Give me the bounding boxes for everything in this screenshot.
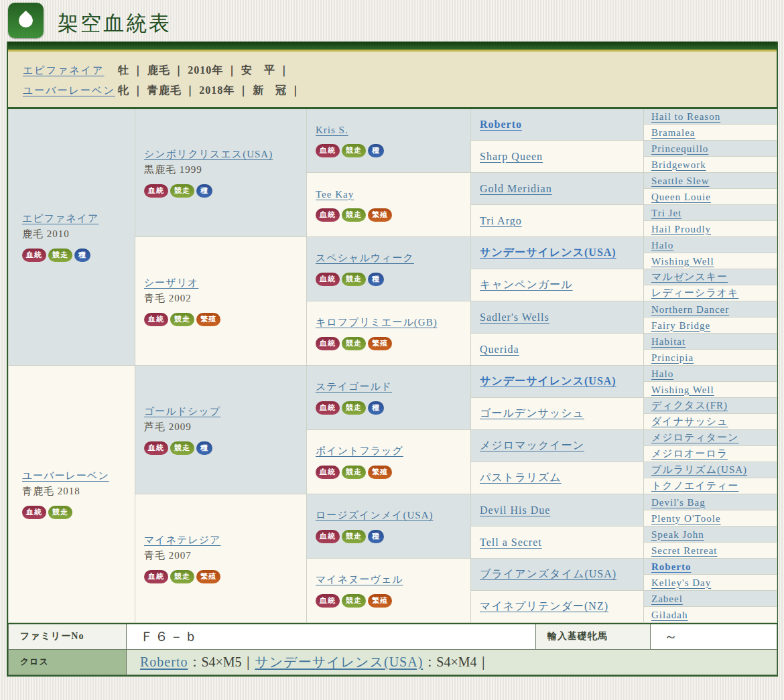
family-no-label: ファミリーNo	[9, 624, 127, 649]
pedigree-cell: Fairy Bridge	[644, 318, 777, 334]
horse-link[interactable]: パストラリズム	[480, 472, 562, 483]
horse-link[interactable]: ディクタス(FR)	[651, 400, 728, 411]
horse-link[interactable]: Principia	[651, 352, 694, 363]
horse-link[interactable]: Zabeel	[651, 593, 683, 604]
horse-link[interactable]: マルゼンスキー	[651, 271, 728, 282]
profile-details: 牡 ｜ 鹿毛 ｜ 2010年 ｜ 安 平 ｜	[118, 64, 290, 76]
horse-link[interactable]: Tell a Secret	[480, 537, 542, 548]
horse-link[interactable]: スペシャルウィーク	[316, 253, 414, 263]
race-badge-icon: 競走	[342, 466, 366, 479]
pedigree-cell: Roberto	[644, 559, 777, 575]
pedigree-cell: マイネプリテンダー(NZ)	[471, 591, 644, 623]
horse-link[interactable]: Kris S.	[316, 125, 348, 135]
horse-link[interactable]: メジロマックイーン	[480, 439, 584, 451]
horse-link[interactable]: シンボリクリスエス(USA)	[144, 149, 273, 159]
horse-link[interactable]: エピファネイア	[23, 60, 115, 80]
horse-link[interactable]: レディーシラオキ	[651, 287, 738, 298]
horse-link[interactable]: Fairy Bridge	[651, 320, 710, 331]
pedigree-cell: ゴールデンサッシュ	[471, 398, 644, 430]
horse-link[interactable]: サンデーサイレンス(USA)	[480, 375, 616, 387]
horse-link[interactable]: プルラリズム(USA)	[651, 464, 747, 475]
horse-link[interactable]: ユーバーレーベン	[22, 470, 109, 481]
horse-link[interactable]: Devil His Due	[480, 504, 550, 516]
horse-link[interactable]: ゴールデンサッシュ	[480, 407, 584, 419]
pedigree-cell: Gold Meridian	[471, 173, 644, 205]
horse-link[interactable]: Tee Kay	[316, 189, 354, 200]
horse-link[interactable]: キャンペンガール	[480, 279, 573, 290]
horse-link[interactable]: Seattle Slew	[651, 176, 710, 186]
pedigree-badge-icon: 血統	[144, 313, 168, 326]
pedigree-cell-content: Tee Kay血統競走繁殖	[307, 188, 470, 222]
pedigree-cell-content: ロージズインメイ(USA)血統競走種	[307, 509, 470, 543]
horse-link[interactable]: Tri Argo	[480, 215, 522, 226]
horse-link[interactable]: ステイゴールド	[316, 381, 392, 392]
badge-group: 血統競走繁殖	[144, 569, 306, 583]
pedigree-cell: ダイナサッシュ	[644, 414, 777, 430]
horse-link[interactable]: Northern Dancer	[651, 304, 729, 315]
brood-badge-icon: 繁殖	[368, 466, 392, 479]
pedigree-badge-icon: 血統	[316, 594, 340, 608]
horse-link[interactable]: Roberto	[651, 561, 692, 572]
horse-link[interactable]: トクノエイティー	[651, 480, 738, 491]
horse-link[interactable]: Habitat	[651, 336, 685, 347]
horse-link[interactable]: ゴールドシップ	[144, 406, 220, 417]
horse-link[interactable]: Kelley's Day	[651, 577, 711, 588]
horse-link[interactable]: Wishing Well	[651, 256, 714, 267]
pedigree-cell: Tri Argo	[471, 205, 644, 237]
pedigree-cell: メジロオーロラ	[644, 446, 777, 462]
horse-link[interactable]: Giladah	[651, 610, 688, 620]
horse-link[interactable]: Halo	[651, 368, 673, 379]
horse-link[interactable]: メジロティターン	[651, 432, 738, 443]
header-green-bar	[8, 42, 777, 50]
horse-link[interactable]: Hail Proudly	[651, 224, 711, 234]
horse-link[interactable]: サンデーサイレンス(USA)	[255, 654, 423, 669]
horse-link[interactable]: シーザリオ	[144, 277, 198, 288]
horse-link[interactable]: Sharp Queen	[480, 151, 543, 162]
horse-link[interactable]: Roberto	[140, 654, 188, 669]
horse-link[interactable]: ダイナサッシュ	[651, 416, 728, 427]
badge-group: 血統競走繁殖	[316, 336, 470, 350]
horse-link[interactable]: Bridgework	[651, 159, 706, 170]
pedigree-cell: Seattle Slew	[644, 173, 777, 189]
horse-link[interactable]: マイネプリテンダー(NZ)	[480, 600, 608, 612]
pedigree-badge-icon: 血統	[22, 249, 46, 262]
horse-link[interactable]: Plenty O'Toole	[651, 513, 721, 524]
horse-link[interactable]: エピファネイア	[22, 213, 99, 224]
horse-link[interactable]: Sadler's Wells	[480, 311, 549, 323]
horse-link[interactable]: Wishing Well	[651, 384, 714, 395]
race-badge-icon: 競走	[170, 441, 194, 455]
horse-link[interactable]: キロフプリミエール(GB)	[316, 317, 438, 328]
pedigree-cell-content: シンボリクリスエス(USA)黒鹿毛 1999血統競走種	[135, 148, 306, 198]
pedigree-cell: Plenty O'Toole	[644, 510, 777, 527]
pedigree-row: エピファネイア鹿毛 2010血統競走種シンボリクリスエス(USA)黒鹿毛 199…	[9, 109, 777, 125]
horse-link[interactable]: Roberto	[480, 119, 522, 130]
horse-link[interactable]: Devil's Bag	[651, 497, 706, 508]
horse-link[interactable]: ロージズインメイ(USA)	[316, 510, 433, 520]
horse-link[interactable]: Princequillo	[651, 143, 708, 154]
horse-link[interactable]: Hail to Reason	[651, 111, 720, 122]
horse-link[interactable]: Gold Meridian	[480, 183, 552, 194]
pedigree-cell: Sharp Queen	[471, 141, 644, 173]
horse-link[interactable]: メジロオーロラ	[651, 448, 728, 459]
race-badge-icon: 競走	[342, 337, 366, 350]
horse-link[interactable]: Speak John	[651, 529, 704, 540]
cross-row: クロス Roberto：S4×M5｜サンデーサイレンス(USA)：S4×M4｜	[9, 649, 777, 675]
horse-link[interactable]: ブライアンズタイム(USA)	[480, 568, 616, 579]
horse-link[interactable]: サンデーサイレンス(USA)	[480, 247, 616, 258]
horse-link[interactable]: Tri Jet	[651, 208, 681, 218]
horse-link[interactable]: Queen Louie	[651, 192, 711, 202]
horse-link[interactable]: Secret Retreat	[651, 545, 718, 556]
horse-link[interactable]: Halo	[651, 240, 673, 251]
horse-link[interactable]: ユーバーレーベン	[23, 80, 115, 100]
pedigree-cell: マイネヌーヴェル血統競走繁殖	[307, 559, 471, 623]
horse-link[interactable]: Bramalea	[651, 127, 695, 138]
horse-link[interactable]: マイネテレジア	[144, 535, 220, 545]
horse-link[interactable]: ポイントフラッグ	[316, 445, 403, 456]
pedigree-cell: メジロマックイーン	[471, 430, 644, 462]
horse-link[interactable]: マイネヌーヴェル	[316, 574, 403, 585]
horse-link[interactable]: Querida	[480, 344, 519, 355]
badge-group: 血統競走種	[22, 248, 135, 262]
stud-badge-icon: 種	[74, 249, 90, 262]
pedigree-cell: サンデーサイレンス(USA)	[471, 237, 644, 269]
pedigree-badge-icon: 血統	[316, 144, 340, 157]
